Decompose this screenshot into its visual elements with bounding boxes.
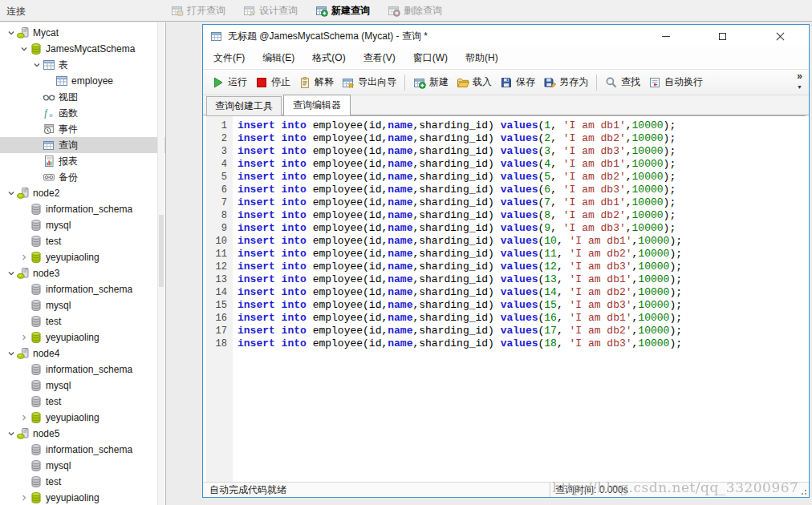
save-as-button[interactable]: 另存为 bbox=[539, 72, 592, 93]
tree-item-node2-mysql[interactable]: mysql bbox=[0, 217, 165, 233]
tree-expanded-icon[interactable] bbox=[5, 188, 17, 198]
word-wrap-button[interactable]: 自动换行 bbox=[644, 72, 707, 93]
tree-item-backups[interactable]: 备份 bbox=[0, 169, 165, 185]
tree-collapsed-icon[interactable] bbox=[18, 493, 30, 503]
tree-item-employee[interactable]: employee bbox=[0, 73, 165, 89]
db-gray-icon bbox=[30, 235, 43, 248]
tree-expanded-icon[interactable] bbox=[5, 429, 17, 438]
tree-item-node5-yeyupiaoling[interactable]: yeyupiaoling bbox=[0, 490, 165, 505]
menu-window[interactable]: 窗口(W) bbox=[404, 48, 457, 68]
tree-expanded-icon[interactable] bbox=[30, 60, 43, 70]
save-button[interactable]: 保存 bbox=[496, 72, 539, 93]
tree-item-node3[interactable]: node3 bbox=[0, 265, 165, 281]
new-query-label: 新建查询 bbox=[331, 4, 370, 18]
tree-item-node3-mysql[interactable]: mysql bbox=[0, 297, 165, 313]
tree-item-views[interactable]: 视图 bbox=[0, 89, 165, 105]
line-number: 7 bbox=[206, 196, 233, 209]
tree-item-node3-yeyupiaoling[interactable]: yeyupiaoling bbox=[0, 329, 165, 345]
open-query-label: 打开查询 bbox=[187, 4, 225, 18]
load-button[interactable]: 载入 bbox=[453, 72, 496, 93]
tree-item-node5[interactable]: node5 bbox=[0, 426, 165, 442]
new-button[interactable]: 新建 bbox=[409, 72, 453, 93]
new-query-icon bbox=[315, 4, 328, 17]
tree-item-label: yeyupiaoling bbox=[46, 332, 99, 343]
menu-format[interactable]: 格式(O) bbox=[303, 48, 354, 68]
menu-help[interactable]: 帮助(H) bbox=[457, 48, 507, 68]
tree-item-node4[interactable]: node4 bbox=[0, 345, 165, 362]
tree-expanded-icon[interactable] bbox=[18, 44, 30, 54]
stop-button[interactable]: 停止 bbox=[251, 72, 294, 93]
tree-item-node4-test[interactable]: test bbox=[0, 394, 165, 410]
tree-item-label: yeyupiaoling bbox=[46, 492, 99, 503]
code-area[interactable]: insert into employee(id,name,sharding_id… bbox=[233, 116, 806, 482]
table-icon bbox=[43, 59, 55, 71]
tree-collapsed-icon[interactable] bbox=[18, 252, 30, 262]
events-icon bbox=[43, 123, 55, 135]
connection-tree[interactable]: MycatJamesMycatSchema表employee视图fo函数事件查询… bbox=[0, 22, 166, 505]
export-wizard-button[interactable]: 导出向导 bbox=[338, 72, 400, 93]
delete-query-button[interactable]: 删除查询 bbox=[385, 2, 445, 19]
tree-item-mycat[interactable]: Mycat bbox=[0, 25, 165, 41]
tree-collapsed-icon[interactable] bbox=[18, 333, 30, 342]
tab-query-editor[interactable]: 查询编辑器 bbox=[283, 95, 351, 115]
explain-button[interactable]: 解释 bbox=[294, 72, 338, 93]
tree-item-node3-test[interactable]: test bbox=[0, 313, 165, 329]
tree-item-node4-mysql[interactable]: mysql bbox=[0, 378, 165, 394]
line-number: 16 bbox=[206, 312, 233, 325]
tree-scrollbar-thumb[interactable] bbox=[159, 215, 164, 287]
menu-file[interactable]: 文件(F) bbox=[205, 48, 254, 68]
tree-item-events[interactable]: 事件 bbox=[0, 121, 165, 137]
tree-item-node2-information-schema[interactable]: information_schema bbox=[0, 201, 165, 217]
tree-item-functions[interactable]: fo函数 bbox=[0, 105, 165, 121]
maximize-button[interactable] bbox=[694, 25, 751, 47]
close-button[interactable] bbox=[752, 25, 809, 47]
tree-item-node2[interactable]: node2 bbox=[0, 185, 165, 201]
tree-collapsed-icon[interactable] bbox=[18, 413, 30, 422]
sql-line: insert into employee(id,name,sharding_id… bbox=[238, 312, 806, 325]
tree-item-label: 表 bbox=[59, 59, 68, 72]
tree-item-node2-test[interactable]: test bbox=[0, 233, 165, 249]
line-number: 12 bbox=[206, 261, 233, 273]
server-icon bbox=[17, 427, 30, 440]
tree-item-node3-information-schema[interactable]: information_schema bbox=[0, 281, 165, 297]
menu-view[interactable]: 查看(V) bbox=[355, 48, 404, 68]
tree-item-queries[interactable]: 查询 bbox=[0, 137, 165, 153]
tree-item-node5-mysql[interactable]: mysql bbox=[0, 458, 165, 474]
menu-edit[interactable]: 编辑(E) bbox=[254, 48, 303, 68]
window-titlebar[interactable]: 无标题 @JamesMycatSchema (Mycat) - 查询 * bbox=[203, 25, 809, 47]
tree-item-node5-information-schema[interactable]: information_schema bbox=[0, 442, 165, 458]
tree-scrollbar[interactable] bbox=[157, 22, 164, 505]
tree-item-jamesmycatschema[interactable]: JamesMycatSchema bbox=[0, 41, 165, 57]
new-query-button[interactable]: 新建查询 bbox=[313, 2, 372, 19]
tree-item-reports[interactable]: 报表 bbox=[0, 153, 165, 169]
toolbar-overflow[interactable]: » ▼ bbox=[797, 71, 802, 92]
line-number-gutter: 123456789101112131415161718 bbox=[206, 116, 233, 482]
query-icon bbox=[43, 139, 55, 152]
tree-expanded-icon[interactable] bbox=[5, 269, 17, 278]
open-query-button[interactable]: 打开查询 bbox=[168, 2, 228, 19]
tree-item-label: 视图 bbox=[59, 91, 78, 104]
design-query-button[interactable]: 设计查询 bbox=[241, 2, 300, 19]
tree-item-label: node2 bbox=[33, 188, 59, 199]
tree-item-tables[interactable]: 表 bbox=[0, 57, 165, 73]
db-gray-icon bbox=[30, 219, 43, 232]
server-icon bbox=[17, 187, 30, 200]
line-number: 2 bbox=[206, 132, 233, 145]
tree-item-label: test bbox=[46, 476, 61, 487]
tree-item-node4-yeyupiaoling[interactable]: yeyupiaoling bbox=[0, 410, 165, 426]
tree-expanded-icon[interactable] bbox=[5, 349, 17, 358]
tree-expanded-icon[interactable] bbox=[5, 28, 17, 38]
run-button[interactable]: 运行 bbox=[208, 72, 251, 93]
tree-item-label: information_schema bbox=[46, 364, 132, 375]
toolbar-separator bbox=[596, 75, 597, 91]
tree-item-node5-test[interactable]: test bbox=[0, 474, 165, 490]
resize-grip-icon[interactable] bbox=[801, 489, 807, 495]
find-button[interactable]: 查找 bbox=[601, 72, 644, 93]
line-number: 10 bbox=[206, 235, 233, 248]
minimize-button[interactable] bbox=[637, 25, 694, 47]
line-number: 5 bbox=[206, 171, 233, 184]
tree-item-node4-information-schema[interactable]: information_schema bbox=[0, 362, 165, 378]
query-actions-group: 打开查询设计查询新建查询删除查询 bbox=[168, 0, 445, 21]
tab-query-builder[interactable]: 查询创建工具 bbox=[206, 96, 282, 115]
tree-item-node2-yeyupiaoling[interactable]: yeyupiaoling bbox=[0, 249, 165, 265]
